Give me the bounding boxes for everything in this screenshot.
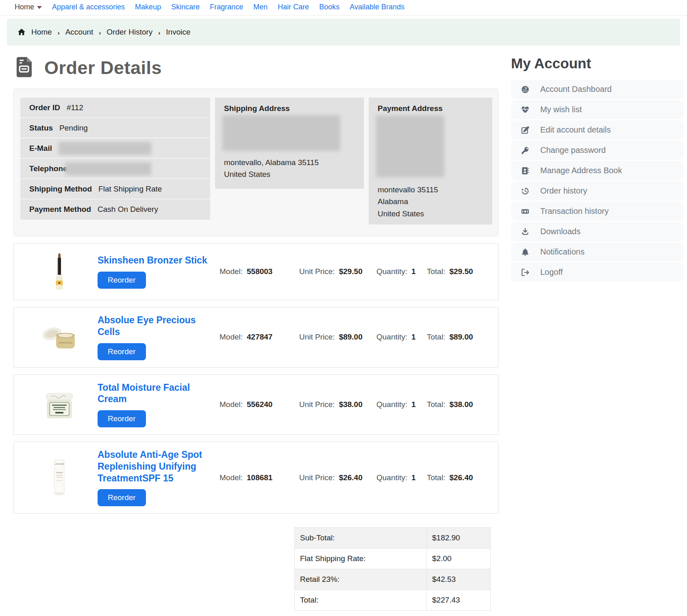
payment-address-redacted — [376, 115, 444, 177]
breadcrumb: Home › Account › Order History › Invoice — [7, 19, 680, 46]
quantity-value: 1 — [411, 400, 416, 409]
total-value: $38.00 — [449, 400, 473, 409]
sidebar-item-notifications[interactable]: Notifications — [511, 242, 683, 261]
sidebar-item-change-password[interactable]: Change password — [511, 141, 683, 160]
total-row: Total: $227.43 — [295, 590, 490, 610]
retail-tax-value: $42.53 — [427, 569, 490, 590]
nav-link-books[interactable]: Books — [319, 3, 339, 11]
payment-address-line: United States — [378, 208, 483, 220]
sidebar-item-label: Logoff — [540, 268, 563, 277]
model-label: Model: — [220, 400, 243, 409]
total-label: Total: — [427, 400, 445, 409]
sidebar-title: My Account — [511, 55, 683, 72]
reorder-button[interactable]: Reorder — [98, 272, 146, 289]
reorder-button[interactable]: Reorder — [98, 343, 146, 360]
total-value: $227.43 — [427, 590, 490, 610]
sidebar-item-order-history[interactable]: Order history — [511, 181, 683, 200]
my-account-sidebar: My Account Account Dashboard My wish lis… — [511, 46, 683, 611]
quantity-value: 1 — [411, 473, 416, 482]
order-totals-table: Sub-Total: $182.90 Flat Shipping Rate: $… — [294, 527, 491, 611]
sidebar-item-label: Order history — [540, 186, 587, 196]
shipping-address-redacted — [222, 115, 340, 151]
product-link[interactable]: Total Moisture Facial Cream — [98, 382, 208, 405]
status-label: Status — [29, 124, 53, 133]
retail-tax-row: Retail 23%: $42.53 — [295, 569, 490, 590]
nav-link-available-brands[interactable]: Available Brands — [350, 3, 404, 11]
nav-link-apparel[interactable]: Apparel & accessories — [52, 3, 125, 11]
payment-address-box: Payment Address montevallo 35115 Alabama… — [369, 98, 492, 224]
payment-method-row: Payment Method Cash On Delivery — [20, 199, 210, 220]
shipping-rate-row: Flat Shipping Rate: $2.00 — [295, 549, 490, 569]
key-icon — [521, 146, 529, 155]
sidebar-item-address-book[interactable]: Manage Address Book — [511, 161, 683, 180]
breadcrumb-separator: › — [99, 28, 101, 36]
unit-price-label: Unit Price: — [299, 333, 335, 342]
sidebar-item-label: Manage Address Book — [540, 166, 622, 175]
home-icon[interactable] — [17, 28, 26, 36]
retail-tax-label: Retail 23%: — [295, 569, 427, 590]
subtotal-label: Sub-Total: — [295, 528, 427, 548]
breadcrumb-invoice: Invoice — [166, 28, 190, 37]
reorder-button[interactable]: Reorder — [98, 410, 146, 427]
status-row: Status Pending — [20, 118, 210, 138]
unit-price-value: $38.00 — [339, 400, 363, 409]
order-id-value: #112 — [67, 103, 83, 112]
shipping-method-row: Shipping Method Flat Shipping Rate — [20, 179, 210, 199]
total-label: Total: — [427, 473, 445, 482]
unit-price-value: $29.50 — [339, 267, 363, 276]
nav-link-hair-care[interactable]: Hair Care — [278, 3, 309, 11]
model-label: Model: — [220, 267, 243, 276]
breadcrumb-home[interactable]: Home — [31, 28, 52, 37]
product-link[interactable]: Skinsheen Bronzer Stick — [98, 255, 208, 266]
product-image-eye-cream-jar — [39, 316, 80, 358]
total-value: $29.50 — [449, 267, 473, 276]
nav-link-makeup[interactable]: Makeup — [135, 3, 161, 11]
nav-link-skincare[interactable]: Skincare — [171, 3, 200, 11]
breadcrumb-separator: › — [158, 28, 160, 36]
top-nav: Home Apparel & accessories Makeup Skinca… — [0, 0, 687, 15]
product-link[interactable]: Absolue Eye Precious Cells — [98, 314, 208, 338]
shipping-method-label: Shipping Method — [29, 185, 92, 194]
quantity-label: Quantity: — [376, 400, 407, 409]
sidebar-item-transaction-history[interactable]: Transaction history — [511, 202, 683, 221]
shipping-method-value: Flat Shipping Rate — [98, 185, 162, 194]
sidebar-item-label: Transaction history — [540, 207, 609, 216]
sidebar-item-wish-list[interactable]: My wish list — [511, 100, 683, 119]
model-label: Model: — [220, 333, 243, 342]
product-image-bronzer-stick — [39, 250, 80, 293]
chevron-down-icon — [37, 6, 42, 9]
shipping-address-box: Shipping Address montevallo, Alabama 351… — [215, 98, 364, 189]
sidebar-item-edit-account[interactable]: Edit account details — [511, 120, 683, 139]
page-title: Order Details — [44, 57, 162, 78]
payment-address-line: Alabama — [378, 196, 483, 207]
sidebar-item-downloads[interactable]: Downloads — [511, 222, 683, 241]
total-label: Total: — [427, 333, 445, 342]
subtotal-row: Sub-Total: $182.90 — [295, 528, 490, 549]
breadcrumb-order-history[interactable]: Order History — [107, 28, 152, 37]
payment-method-value: Cash On Delivery — [98, 205, 158, 214]
sidebar-item-label: Account Dashboard — [540, 85, 612, 94]
model-value: 427847 — [247, 333, 272, 342]
reorder-button[interactable]: Reorder — [98, 489, 146, 506]
nav-home[interactable]: Home — [15, 3, 42, 11]
status-value: Pending — [59, 124, 88, 133]
breadcrumb-account[interactable]: Account — [65, 28, 93, 37]
payment-address-title: Payment Address — [378, 104, 483, 113]
quantity-label: Quantity: — [376, 333, 407, 342]
sidebar-item-logoff[interactable]: Logoff — [511, 263, 683, 282]
unit-price-label: Unit Price: — [299, 473, 335, 482]
model-value: 556240 — [247, 400, 272, 409]
shipping-address-line: United States — [224, 168, 355, 180]
heart-pulse-icon — [521, 106, 529, 114]
payment-method-label: Payment Method — [29, 205, 91, 214]
sidebar-item-account-dashboard[interactable]: Account Dashboard — [511, 80, 683, 99]
product-link[interactable]: Absolute Anti-Age Spot Replenishing Unif… — [98, 449, 208, 484]
address-book-icon — [521, 167, 529, 175]
nav-link-men[interactable]: Men — [253, 3, 267, 11]
nav-link-fragrance[interactable]: Fragrance — [210, 3, 243, 11]
order-product-row: Total Moisture Facial Cream Reorder Mode… — [13, 374, 498, 435]
subtotal-value: $182.90 — [427, 528, 490, 548]
quantity-value: 1 — [411, 267, 416, 276]
telephone-redacted-value — [65, 162, 151, 175]
unit-price-label: Unit Price: — [299, 400, 335, 409]
